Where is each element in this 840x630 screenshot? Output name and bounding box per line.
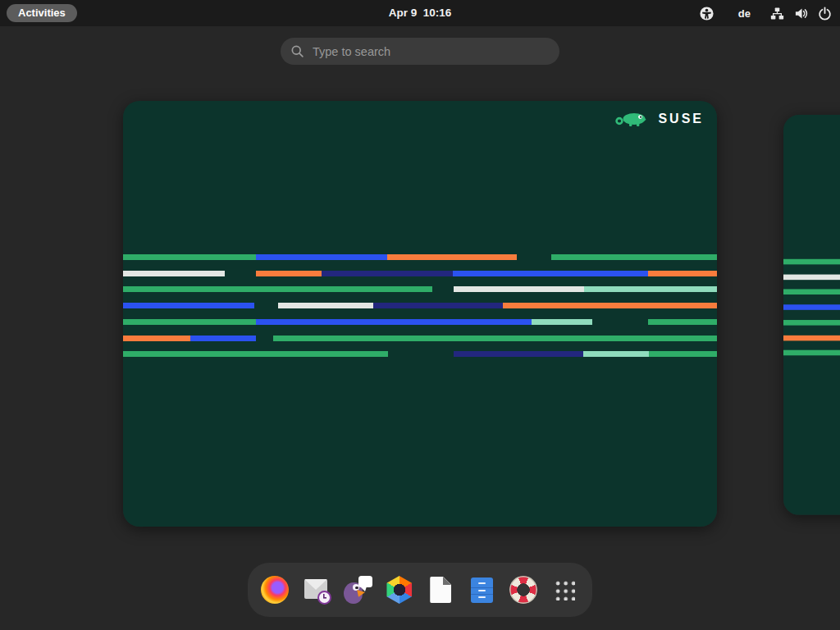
wallpaper-stripe [783, 320, 840, 326]
wallpaper-stripe [783, 289, 840, 294]
wallpaper-stripe [256, 254, 387, 260]
activities-button[interactable]: Activities [7, 4, 77, 22]
wallpaper-stripe [649, 351, 717, 357]
wallpaper-stripe [123, 351, 388, 357]
dock-item-files[interactable] [463, 565, 502, 614]
wallpaper-stripe [123, 286, 432, 292]
wallpaper-stripe [783, 336, 840, 341]
suse-wallpaper: SUSE [123, 101, 717, 527]
dock-item-software[interactable] [380, 565, 419, 614]
wallpaper-stripe [532, 319, 592, 325]
dock-item-show-applications[interactable] [546, 565, 585, 614]
dash [248, 563, 592, 617]
wallpaper-stripe [322, 271, 453, 276]
wallpaper-stripe [123, 319, 256, 325]
wallpaper-stripe [454, 351, 583, 357]
wallpaper-stripe [123, 336, 190, 341]
wallpaper-stripe [648, 271, 717, 276]
search-bar [281, 38, 559, 65]
wallpaper-stripe [454, 286, 584, 292]
top-bar: Activities Apr 9 10:16 de [0, 0, 840, 26]
pidgin-icon [343, 576, 372, 604]
help-lifebuoy-icon [509, 576, 537, 604]
software-icon [386, 576, 413, 604]
wallpaper-stripe [503, 303, 717, 308]
wallpaper-stripe [584, 286, 717, 292]
dock-item-help[interactable] [504, 565, 543, 614]
wallpaper-stripe [273, 336, 717, 341]
wallpaper-stripe [583, 351, 649, 357]
dock-item-firefox[interactable] [255, 565, 294, 614]
gnome-activities-overview: { "top_bar": { "activities_label": "Acti… [0, 0, 840, 630]
wallpaper-stripe [783, 275, 840, 281]
search-icon [290, 44, 304, 58]
suse-wallpaper [783, 115, 840, 515]
dock-item-evolution[interactable] [297, 565, 336, 614]
libreoffice-writer-icon [430, 577, 451, 603]
wallpaper-stripe [648, 319, 717, 325]
wallpaper-stripe [123, 271, 225, 276]
wallpaper-stripe [387, 254, 517, 260]
network-wired-icon[interactable] [770, 7, 784, 21]
wallpaper-stripe [190, 336, 256, 341]
wallpaper-stripe [256, 319, 532, 325]
suse-logo: SUSE [614, 110, 704, 128]
wallpaper-stripe [453, 271, 648, 276]
wallpaper-stripe [256, 271, 322, 276]
wallpaper-stripe [551, 254, 717, 260]
search-input[interactable] [313, 45, 550, 58]
dock-item-pidgin[interactable] [338, 565, 377, 614]
dock-item-libreoffice-writer[interactable] [421, 565, 460, 614]
workspace-preview-active[interactable]: SUSE [123, 101, 717, 527]
wallpaper-stripe [783, 259, 840, 265]
wallpaper-stripe [373, 303, 503, 308]
show-apps-grid-icon [555, 580, 575, 600]
wallpaper-stripe [783, 350, 840, 356]
wallpaper-stripe [783, 304, 840, 310]
wallpaper-stripe [123, 254, 256, 260]
suse-chameleon-icon [614, 110, 651, 128]
wallpaper-stripe [278, 303, 373, 308]
system-tray: de [700, 0, 832, 26]
clock[interactable]: Apr 9 10:16 [389, 0, 452, 26]
keyboard-layout-indicator[interactable]: de [738, 7, 751, 20]
workspace-preview-next[interactable] [783, 115, 840, 515]
firefox-icon [261, 576, 289, 604]
accessibility-icon[interactable] [700, 7, 714, 21]
evolution-mail-icon [303, 576, 331, 604]
files-icon [471, 578, 493, 603]
suse-logo-text: SUSE [658, 112, 704, 126]
volume-icon[interactable] [794, 7, 808, 21]
power-icon[interactable] [818, 7, 832, 21]
wallpaper-stripe [123, 303, 254, 308]
